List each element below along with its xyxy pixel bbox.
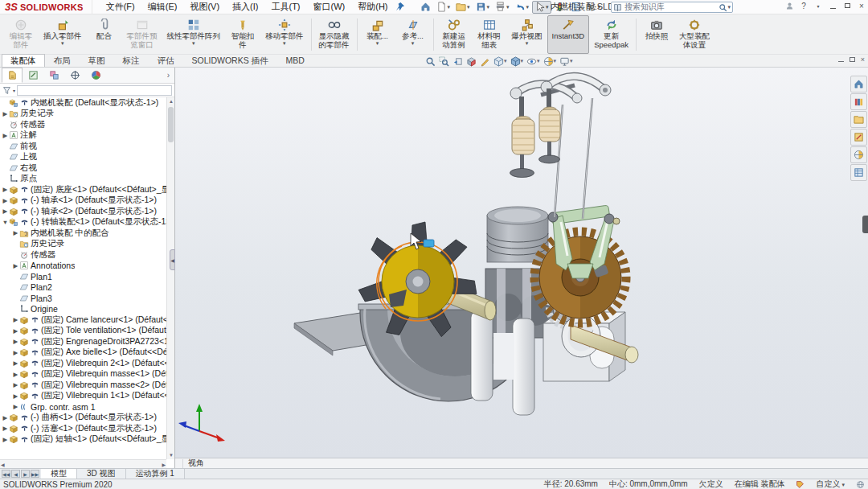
mate-button[interactable]: 配合 — [87, 15, 122, 54]
filter-funnel-icon[interactable] — [2, 85, 11, 96]
tree-item[interactable]: 传感器 — [0, 249, 166, 261]
taskpane-view-palette-tab[interactable] — [850, 129, 867, 146]
tree-item[interactable]: Plan3 — [0, 293, 166, 304]
dropdown-caret-icon[interactable]: ▾ — [448, 4, 451, 10]
bill-of-materials-button[interactable]: 材料明细表 — [472, 15, 507, 54]
reference-geometry-button[interactable]: 参考...▾ — [395, 15, 431, 54]
expand-arrow-icon[interactable]: ▶ — [2, 425, 9, 432]
model-tab-3D 视图[interactable]: 3D 视图 — [77, 469, 126, 479]
tree-item[interactable]: 内燃机装配 (Default<显示状态-1>) — [0, 97, 166, 109]
previous-view-button[interactable] — [452, 56, 464, 67]
tree-item[interactable]: 原点 — [0, 174, 166, 185]
dropdown-caret-icon[interactable]: ▾ — [554, 58, 557, 64]
dropdown-caret-icon[interactable]: ▾ — [61, 40, 64, 46]
scroll-up-icon[interactable]: ▲ — [167, 97, 175, 105]
tab-标注[interactable]: 标注 — [114, 54, 149, 67]
tree-item[interactable]: ▼(-) 转轴装配<1> (Défaut<显示状态-1>) — [0, 217, 166, 228]
knowledge-base-search[interactable]: 搜索知识库 ▾ — [611, 2, 733, 13]
expand-arrow-icon[interactable]: ▶ — [2, 414, 9, 421]
apply-scene-button[interactable]: ▾ — [542, 56, 558, 67]
tree-item[interactable]: ▶Grp. contr. asm 1 — [0, 401, 166, 413]
valve-spring-1[interactable] — [512, 117, 534, 155]
dropdown-caret-icon[interactable]: ▾ — [411, 40, 415, 46]
panel-collapse-handle[interactable]: ◀ — [170, 249, 175, 270]
instant3d-button[interactable]: Instant3D — [547, 15, 590, 54]
expand-arrow-icon[interactable]: ▼ — [2, 219, 9, 226]
dropdown-caret-icon[interactable]: ▾ — [283, 40, 286, 46]
dropdown-caret-icon[interactable]: ▾ — [487, 4, 490, 10]
filter-input[interactable] — [17, 85, 172, 96]
taskpane-custom-properties-tab[interactable] — [850, 164, 867, 181]
expand-arrow-icon[interactable]: ▶ — [2, 197, 9, 204]
expand-arrow-icon[interactable]: ▶ — [12, 316, 19, 323]
tree-item[interactable]: ▶(-) 曲柄<1> (Défaut<显示状态-1>) — [0, 413, 166, 424]
doc-restore-icon[interactable] — [850, 57, 855, 62]
tree-item[interactable]: ▶(固定) Came lanceur<1> (Défaut<<D — [0, 314, 166, 326]
tab-评估[interactable]: 评估 — [149, 54, 183, 67]
tree-item[interactable]: ▶Annotations — [0, 261, 166, 272]
search-icon[interactable] — [719, 2, 727, 13]
tree-item[interactable]: 前视 — [0, 141, 166, 152]
pin-menu-icon[interactable] — [394, 2, 407, 13]
graphics-viewport[interactable] — [175, 68, 868, 458]
close-button[interactable]: × — [857, 1, 866, 10]
displaymanager-tab[interactable] — [85, 68, 106, 83]
expand-arrow-icon[interactable]: ▶ — [2, 110, 9, 117]
open-button[interactable]: ▾ — [453, 1, 473, 14]
menu-F[interactable]: 文件(F) — [100, 0, 141, 14]
scroll-right-icon[interactable]: ▶ — [162, 462, 166, 467]
tree-item[interactable]: 传感器 — [0, 119, 166, 130]
display-style-button[interactable]: ▾ — [510, 56, 525, 67]
tree-item[interactable]: ▶(固定) Vilebrequin 1<1> (Défaut<<D — [0, 391, 166, 402]
large-assembly-settings-button[interactable]: 大型装配体设置 — [674, 15, 714, 54]
exploded-view-button[interactable]: 爆炸视图▾ — [507, 15, 547, 54]
filter-caret-icon[interactable]: ▾ — [13, 88, 15, 93]
scrollbar-thumb[interactable] — [168, 107, 174, 142]
linear-component-pattern-button[interactable]: 线性零部件阵列▾ — [162, 15, 226, 54]
units-globe-icon[interactable] — [856, 479, 865, 489]
expand-arrow-icon[interactable]: ▶ — [12, 381, 19, 388]
expand-arrow-icon[interactable]: ▶ — [12, 371, 19, 378]
scroll-left-icon[interactable]: ◀ — [1, 462, 5, 467]
expand-arrow-icon[interactable]: ▶ — [2, 436, 9, 443]
first-tab-icon[interactable]: ◀◀ — [2, 470, 10, 478]
help-button[interactable]: ? — [799, 1, 809, 10]
tree-item[interactable]: ▶(固定) Vilebrequin masse<1> (Défau — [0, 369, 166, 380]
tree-item[interactable]: ▶(固定) Axe bielle<1> (Défaut<<Défa — [0, 347, 166, 359]
dynamic-annotation-views-button[interactable] — [479, 56, 491, 67]
restore-button[interactable] — [842, 1, 852, 10]
search-input[interactable]: 搜索知识库 — [624, 2, 719, 13]
panel-expand-chevron-icon[interactable]: › — [167, 71, 170, 80]
last-tab-icon[interactable]: ▶▶ — [31, 470, 39, 478]
doc-close-icon[interactable]: × — [861, 55, 865, 64]
tree-item[interactable]: 上视 — [0, 152, 166, 163]
taskpane-home-tab[interactable] — [850, 76, 867, 92]
dropdown-caret-icon[interactable]: ▾ — [570, 58, 573, 64]
scroll-down-icon[interactable]: ▼ — [167, 451, 175, 459]
tab-布局[interactable]: 布局 — [45, 54, 80, 67]
next-tab-icon[interactable]: ▶ — [21, 470, 30, 478]
expand-arrow-icon[interactable]: ▶ — [12, 403, 19, 410]
menu-V[interactable]: 视图(V) — [184, 0, 225, 14]
tree-item[interactable]: ▶(固定) Vilebrequin masse<2> (Défau — [0, 380, 166, 391]
new-document-button[interactable]: ▾ — [434, 1, 453, 14]
tree-item[interactable]: 右视 — [0, 162, 166, 174]
model-tab-运动算例 1[interactable]: 运动算例 1 — [126, 469, 185, 479]
prev-tab-icon[interactable]: ◀ — [11, 470, 20, 478]
expand-arrow-icon[interactable]: ▶ — [12, 262, 19, 269]
valve-spring-2[interactable] — [539, 107, 560, 142]
tree-item[interactable]: ▶(固定) EngrenageDroit3PA2723<1> — [0, 336, 166, 347]
view-orientation-button[interactable]: ▾ — [493, 56, 508, 67]
propertymanager-tab[interactable] — [23, 68, 43, 83]
take-snapshot-button[interactable]: 拍快照 — [639, 15, 674, 54]
minimize-button[interactable] — [828, 1, 837, 10]
tab-MBD[interactable]: MBD — [277, 54, 313, 67]
taskpane-file-explorer-tab[interactable] — [850, 111, 867, 128]
move-component-button[interactable]: 移动零部件▾ — [260, 15, 309, 54]
expand-arrow-icon[interactable]: ▶ — [12, 338, 19, 345]
update-speedpak-button[interactable]: 更新Speedpak — [589, 15, 633, 54]
tab-装配体[interactable]: 装配体 — [2, 54, 45, 67]
dropdown-caret-icon[interactable]: ▾ — [504, 58, 507, 64]
zoom-to-fit-button[interactable] — [424, 56, 436, 67]
model-tab-模型[interactable]: 模型 — [41, 469, 77, 479]
